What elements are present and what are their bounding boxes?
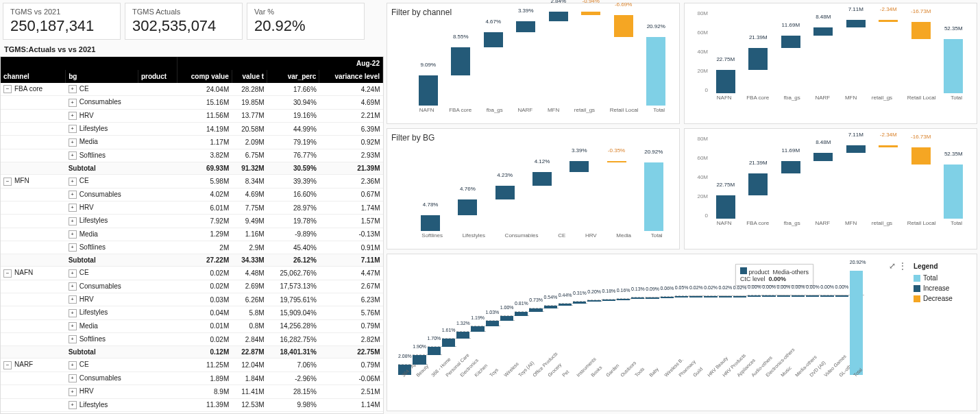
table-row[interactable]: +Consumables1.89M1.84M-2.96%-0.06M: [1, 372, 383, 385]
table-row[interactable]: +Lifestyles11.39M12.53M9.98%1.14M: [1, 398, 383, 411]
bar[interactable]: 4.78%: [412, 215, 449, 231]
table-row[interactable]: +HRV6.01M7.75M28.97%1.74M: [1, 201, 383, 214]
bar[interactable]: [733, 296, 746, 297]
bar[interactable]: [529, 308, 542, 312]
more-icon[interactable]: ⋮: [898, 261, 907, 271]
bar[interactable]: 3.39%: [510, 21, 543, 106]
bar[interactable]: [500, 316, 513, 321]
expand-icon[interactable]: +: [69, 374, 77, 382]
expand-icon[interactable]: +: [69, 125, 77, 133]
bar[interactable]: [456, 332, 469, 339]
bar[interactable]: 11.69M: [774, 161, 807, 219]
expand-icon[interactable]: +: [69, 309, 77, 317]
expand-icon[interactable]: +: [69, 269, 77, 278]
bar[interactable]: [544, 306, 557, 308]
waterfall-chart[interactable]: 80M60M40M20M0 22.75M 21.39M 11.69M 8.48M…: [689, 133, 972, 232]
table-row[interactable]: +Media1.17M2.09M79.19%0.92M: [1, 136, 383, 149]
bar[interactable]: [719, 296, 732, 297]
collapse-icon[interactable]: −: [3, 178, 12, 186]
bar[interactable]: [792, 295, 805, 297]
bar[interactable]: 11.69M: [774, 36, 807, 93]
waterfall-chart[interactable]: 80M60M40M20M0 22.75M 21.39M 11.69M 8.48M…: [689, 8, 972, 107]
product-chart[interactable]: product Media-others CtC level 0.00% ⤢ ⋮…: [391, 258, 909, 402]
bar[interactable]: 4.76%: [449, 199, 486, 231]
expand-icon[interactable]: +: [69, 99, 77, 107]
table-row[interactable]: +HRV11.56M13.77M19.16%2.21M: [1, 109, 383, 122]
bar[interactable]: 3.39%: [561, 161, 598, 231]
table-row[interactable]: +Consumables15.16M19.85M30.94%4.69M: [1, 96, 383, 109]
table-row[interactable]: −NARF+CE11.25M12.04M7.06%0.79M: [1, 358, 383, 372]
bar[interactable]: [471, 326, 484, 332]
waterfall-chart[interactable]: 4.78% 4.76% 4.23% 4.12% 3.39% -0.35% 20.…: [391, 145, 675, 245]
bar[interactable]: [617, 299, 630, 300]
collapse-icon[interactable]: −: [3, 269, 12, 278]
table-row[interactable]: +Softlines3.82M6.75M76.77%2.93M: [1, 149, 383, 162]
expand-icon[interactable]: +: [69, 243, 77, 252]
bar[interactable]: -0.35%: [598, 161, 635, 231]
bar[interactable]: [675, 296, 688, 297]
table-row[interactable]: +Media0.73M1.33M81.70%0.6M: [1, 411, 383, 414]
bar[interactable]: 8.48M: [807, 27, 840, 93]
bar[interactable]: 21.39M: [742, 173, 775, 219]
bar[interactable]: [428, 347, 441, 355]
bar[interactable]: [820, 295, 833, 297]
bar[interactable]: [689, 296, 702, 297]
table-row[interactable]: +Lifestyles7.92M9.49M19.78%1.57M: [1, 215, 383, 228]
table-row[interactable]: +Media1.29M1.16M-9.89%-0.13M: [1, 228, 383, 241]
table-row[interactable]: +Consumables4.02M4.69M16.60%0.67M: [1, 188, 383, 201]
collapse-icon[interactable]: −: [3, 85, 12, 93]
bar[interactable]: 2.84%: [542, 12, 575, 106]
table-row[interactable]: +Consumables0.02M2.69M17,573.13%2.67M: [1, 280, 383, 293]
bar[interactable]: [413, 355, 426, 365]
bar[interactable]: [806, 295, 819, 297]
bar[interactable]: [515, 312, 528, 316]
table-row[interactable]: +Lifestyles0.04M5.8M15,909.04%5.76M: [1, 306, 383, 319]
table-row[interactable]: +Lifestyles14.19M20.58M44.99%6.39M: [1, 123, 383, 136]
bar[interactable]: [748, 295, 761, 297]
bar[interactable]: [762, 295, 775, 297]
bar[interactable]: [559, 304, 572, 306]
bar[interactable]: [777, 295, 790, 297]
bar[interactable]: 22.75M: [709, 70, 742, 93]
bar[interactable]: 8.48M: [807, 153, 840, 219]
table-row[interactable]: +HRV0.03M6.26M19,795.61%6.23M: [1, 293, 383, 306]
table-row[interactable]: +Media0.01M0.8M14,256.28%0.79M: [1, 319, 383, 332]
bar[interactable]: 9.09%: [412, 75, 445, 106]
table-row[interactable]: +Softlines0.02M2.84M16,282.75%2.82M: [1, 333, 383, 346]
bar[interactable]: -16.73M: [905, 22, 938, 93]
bar[interactable]: [442, 339, 455, 347]
table-row[interactable]: +HRV8.9M11.41M28.15%2.51M: [1, 385, 383, 398]
collapse-icon[interactable]: −: [3, 361, 12, 369]
expand-icon[interactable]: +: [69, 138, 77, 147]
table-row[interactable]: −NAFN+CE0.02M4.48M25,062.76%4.47M: [1, 267, 383, 280]
table-row[interactable]: −MFN+CE5.98M8.34M39.39%2.36M: [1, 175, 383, 188]
expand-icon[interactable]: +: [69, 151, 77, 160]
bar[interactable]: [587, 300, 600, 302]
expand-icon[interactable]: +: [69, 388, 77, 396]
bar[interactable]: [631, 297, 644, 299]
bar[interactable]: 21.39M: [742, 48, 775, 93]
bar[interactable]: 22.75M: [709, 195, 742, 219]
bar[interactable]: 52.35M: [938, 39, 970, 93]
expand-icon[interactable]: +: [69, 112, 77, 120]
expand-icon[interactable]: +: [69, 361, 77, 369]
bar[interactable]: -6.69%: [607, 15, 640, 106]
bar[interactable]: 7.11M: [840, 20, 872, 93]
bar[interactable]: [646, 297, 659, 299]
bar[interactable]: 20.92%: [635, 162, 672, 231]
expand-icon[interactable]: +: [69, 204, 77, 212]
bar[interactable]: 4.67%: [477, 32, 510, 106]
bar[interactable]: -2.34M: [872, 20, 905, 93]
expand-icon[interactable]: +: [69, 282, 77, 291]
expand-icon[interactable]: +: [69, 322, 77, 330]
bar[interactable]: [704, 296, 717, 297]
bar[interactable]: -16.73M: [905, 147, 938, 219]
expand-icon[interactable]: +: [69, 217, 77, 226]
expand-icon[interactable]: +: [69, 295, 77, 304]
bar[interactable]: [602, 300, 615, 301]
bar[interactable]: [573, 302, 586, 303]
bar[interactable]: 4.12%: [524, 172, 561, 231]
waterfall-chart[interactable]: 9.09% 8.55% 4.67% 3.39% 2.84% -0.94% -6.…: [391, 20, 675, 119]
bar[interactable]: [661, 297, 674, 298]
bar[interactable]: 20.92%: [640, 37, 673, 106]
